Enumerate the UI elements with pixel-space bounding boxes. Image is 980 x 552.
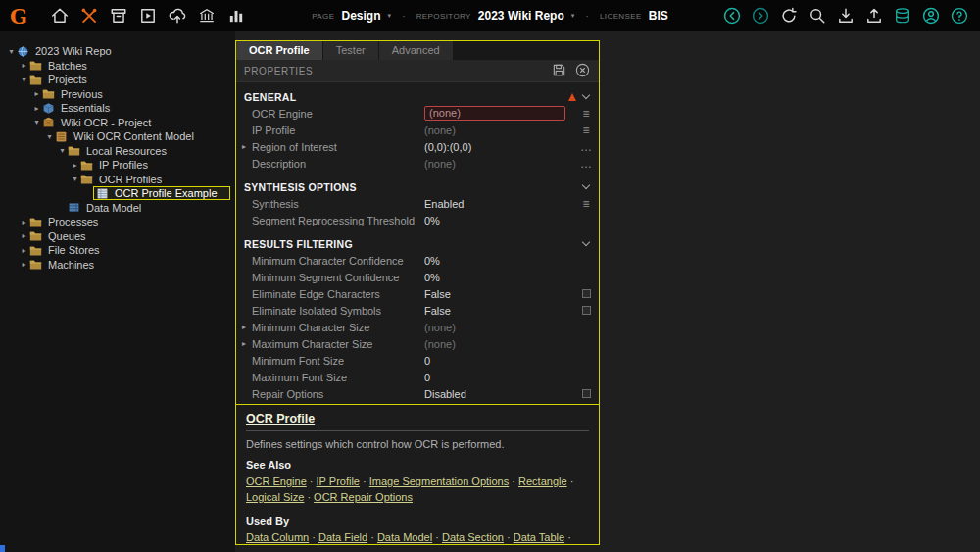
help-icon[interactable] [950,7,968,25]
property-value[interactable]: (none) [424,158,573,170]
tree-item-file-stores[interactable]: ▸File Stores [0,243,235,258]
checkbox[interactable] [582,289,591,298]
expand-icon[interactable]: ▸ [19,61,29,70]
expand-icon[interactable]: ▸ [242,323,252,331]
expand-icon[interactable]: ▸ [242,142,252,151]
tab-advanced[interactable]: Advanced [379,41,454,60]
dropdown-menu-icon[interactable]: ≡ [573,197,599,211]
refresh-icon[interactable] [779,7,798,25]
property-row-synthesis[interactable]: SynthesisEnabled≡ [236,195,599,212]
tree-item-local-resources[interactable]: ▾Local Resources [0,144,235,159]
property-value[interactable]: 0 [424,372,573,383]
user-icon[interactable] [921,7,940,25]
chevron-down-icon[interactable] [582,181,590,189]
home-icon[interactable] [50,7,69,25]
link-image-segmentation-options[interactable]: Image Segmentation Options [369,476,509,487]
link-data-section[interactable]: Data Section [442,531,504,543]
property-value[interactable]: (none) [424,125,573,136]
property-value[interactable]: (0,0):(0,0) [424,141,573,153]
collapse-icon[interactable]: ▾ [31,118,42,126]
property-value[interactable]: (none) [424,338,573,350]
download-icon[interactable] [836,7,855,25]
close-button[interactable] [575,63,591,78]
tree-item-processes[interactable]: ▸Processes [0,215,235,229]
link-data-table[interactable]: Data Table [514,531,564,543]
expand-icon[interactable]: ▸ [19,260,29,269]
tab-ocr-profile[interactable]: OCR Profile [236,41,323,60]
property-row-repair-options[interactable]: Repair OptionsDisabled [236,385,599,402]
tab-tester[interactable]: Tester [323,41,379,60]
database-icon[interactable] [893,7,911,25]
chevron-down-icon[interactable] [582,238,590,246]
checkbox[interactable] [582,389,591,398]
tree-item-data-model[interactable]: Data Model [0,201,235,216]
property-value[interactable]: False [424,288,573,300]
property-value[interactable]: False [424,305,573,317]
property-value[interactable]: 0% [424,255,573,267]
nav-back-icon[interactable] [722,7,741,25]
nav-forward-icon[interactable] [751,7,769,25]
tree-item-previous[interactable]: ▸Previous [0,87,235,102]
expand-icon[interactable]: ▸ [70,161,80,170]
property-row-maximum-font-size[interactable]: Maximum Font Size0 [236,369,599,385]
expand-icon[interactable]: ▸ [31,89,42,98]
link-data-field[interactable]: Data Field [318,531,368,543]
property-value[interactable]: 0% [424,272,573,283]
link-logical-size[interactable]: Logical Size [246,491,304,503]
expand-icon[interactable]: ▸ [31,104,42,113]
link-ip-profile[interactable]: IP Profile [317,476,360,487]
property-row-description[interactable]: Description(none)… [236,155,599,172]
link-ocr-repair-options[interactable]: OCR Repair Options [314,491,413,503]
tree-item-batches[interactable]: ▸Batches [0,59,235,74]
property-row-eliminate-edge-characters[interactable]: Eliminate Edge CharactersFalse [236,285,599,302]
tree-item-projects[interactable]: ▾Projects [0,73,235,87]
property-value[interactable]: 0 [424,355,573,367]
dropdown-menu-icon[interactable]: ≡ [573,124,599,137]
tree-item-ocr-profile-example[interactable]: OCR Profile Example [0,186,235,201]
tree-item-machines[interactable]: ▸Machines [0,258,235,273]
search-icon[interactable] [808,7,826,25]
property-row-ip-profile[interactable]: IP Profile(none)≡ [236,122,599,138]
cloud-upload-icon[interactable] [168,7,186,25]
link-ocr-engine[interactable]: OCR Engine [246,476,307,487]
property-value[interactable]: (none) [424,322,573,333]
collapse-icon[interactable]: ▾ [57,146,68,155]
tree-item-ip-profiles[interactable]: ▸IP Profiles [0,158,235,173]
tree-item-essentials[interactable]: ▸Essentials [0,101,235,116]
ellipsis-button[interactable]: … [573,140,599,154]
expand-icon[interactable]: ▸ [19,218,29,226]
stats-icon[interactable] [226,7,245,25]
chevron-down-icon[interactable] [582,91,590,99]
property-row-eliminate-isolated-symbols[interactable]: Eliminate Isolated SymbolsFalse [236,302,599,319]
property-row-ocr-engine[interactable]: OCR Engine(none)≡ [236,105,599,122]
checkbox[interactable] [582,306,591,315]
property-value[interactable]: Enabled [424,198,573,210]
property-value[interactable]: 0% [424,215,573,226]
property-value[interactable]: Disabled [424,388,573,400]
dropdown-menu-icon[interactable]: ≡ [573,107,599,121]
link-data-column[interactable]: Data Column [246,531,309,543]
property-value[interactable]: (none) [424,106,565,121]
batches-icon[interactable] [109,7,127,25]
export-icon[interactable] [197,7,216,25]
property-row-minimum-character-confidence[interactable]: Minimum Character Confidence0% [236,252,599,269]
ellipsis-button[interactable]: … [573,157,599,171]
tree-item-queues[interactable]: ▸Queues [0,229,235,244]
link-data-model[interactable]: Data Model [377,531,432,543]
section-header-results-filtering[interactable]: RESULTS FILTERING [236,231,599,252]
link-rectangle[interactable]: Rectangle [518,476,567,487]
app-logo[interactable]: G [10,4,39,28]
property-row-maximum-character-size[interactable]: ▸Maximum Character Size(none) [236,335,599,352]
page-selector[interactable]: Design [341,9,380,23]
help-title-link[interactable]: OCR Profile [246,412,315,426]
process-icon[interactable] [138,7,157,25]
section-header-general[interactable]: GENERAL [236,84,599,105]
save-button[interactable] [552,63,567,78]
tree-item-wiki-ocr-project[interactable]: ▾Wiki OCR - Project [0,116,235,130]
collapse-icon[interactable]: ▾ [44,132,55,141]
tree-item-2023-wiki-repo[interactable]: ▾2023 Wiki Repo [0,44,235,59]
collapse-icon[interactable]: ▾ [19,75,29,84]
property-row-minimum-character-size[interactable]: ▸Minimum Character Size(none) [236,319,599,335]
property-row-minimum-segment-confidence[interactable]: Minimum Segment Confidence0% [236,269,599,285]
collapse-icon[interactable]: ▾ [6,47,17,56]
